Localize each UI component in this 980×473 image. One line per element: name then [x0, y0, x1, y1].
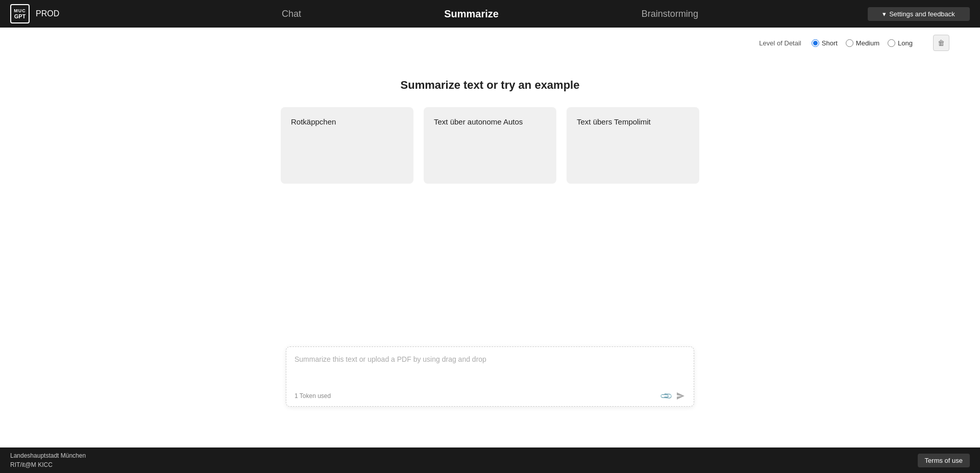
footer-line1: Landeshauptstadt München: [10, 451, 86, 460]
footer-line2: RIT/it@M KICC: [10, 460, 86, 469]
chevron-down-icon: ▾: [883, 10, 886, 18]
lod-label: Level of Detail: [759, 39, 801, 47]
footer-org: Landeshauptstadt München RIT/it@M KICC: [10, 451, 86, 469]
clear-button[interactable]: 🗑: [933, 35, 949, 51]
lod-long-label: Long: [898, 39, 913, 47]
input-actions: 📎: [661, 391, 685, 401]
summarize-input[interactable]: [295, 355, 685, 386]
nav-chat[interactable]: Chat: [210, 0, 373, 28]
app-header: MUC GPT PROD Chat Summarize Brainstormin…: [0, 0, 980, 28]
example-card-3[interactable]: Text übers Tempolimit: [567, 107, 699, 184]
main-content: Level of Detail Short Medium Long 🗑 Summ…: [0, 28, 980, 447]
prod-label: PROD: [36, 9, 59, 18]
header-left: MUC GPT PROD: [10, 4, 112, 23]
nav-summarize[interactable]: Summarize: [373, 0, 570, 28]
lod-long[interactable]: Long: [888, 39, 913, 47]
token-count: 1 Token used: [295, 392, 331, 400]
trash-icon: 🗑: [938, 39, 945, 47]
example-card-2[interactable]: Text über autonome Autos: [424, 107, 556, 184]
lod-bar: Level of Detail Short Medium Long 🗑: [0, 28, 980, 58]
example-card-1[interactable]: Rotkäppchen: [281, 107, 413, 184]
lod-radio-group: Short Medium Long: [812, 39, 913, 47]
terms-of-use-button[interactable]: Terms of use: [918, 454, 970, 467]
main-nav: Chat Summarize Brainstorming: [210, 0, 770, 28]
lod-medium-label: Medium: [856, 39, 879, 47]
attach-icon[interactable]: 📎: [659, 389, 673, 403]
lod-medium[interactable]: Medium: [846, 39, 879, 47]
lod-short[interactable]: Short: [812, 39, 838, 47]
lod-short-label: Short: [822, 39, 838, 47]
page-title: Summarize text or try an example: [401, 79, 580, 92]
logo-box: MUC GPT: [10, 4, 30, 23]
nav-brainstorming[interactable]: Brainstorming: [570, 0, 770, 28]
settings-feedback-button[interactable]: ▾ Settings and feedback: [868, 7, 970, 21]
input-footer: 1 Token used 📎: [295, 391, 685, 401]
logo-top: MUC: [14, 8, 26, 13]
example-cards: Rotkäppchen Text über autonome Autos Tex…: [281, 107, 699, 184]
settings-button-label: Settings and feedback: [889, 10, 955, 18]
logo-bottom: GPT: [14, 13, 26, 19]
send-icon: [675, 391, 685, 401]
send-button[interactable]: [675, 391, 685, 401]
app-footer: Landeshauptstadt München RIT/it@M KICC T…: [0, 447, 980, 473]
input-container: 1 Token used 📎: [286, 346, 694, 407]
